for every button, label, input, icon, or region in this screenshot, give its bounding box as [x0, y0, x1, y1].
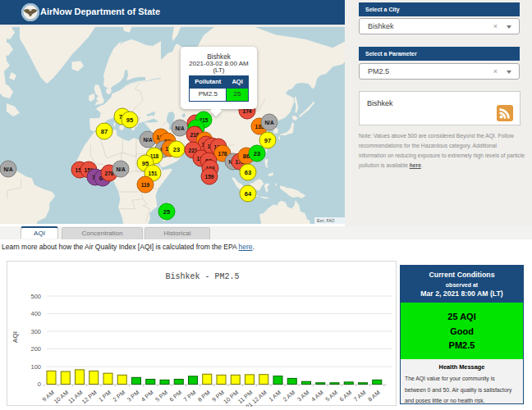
svg-text:4 PM: 4 PM	[140, 389, 155, 403]
svg-text:6 PM: 6 PM	[167, 389, 183, 403]
svg-text:1 AM: 1 AM	[267, 389, 282, 403]
svg-text:2 PM: 2 PM	[111, 389, 126, 403]
svg-text:95: 95	[126, 116, 133, 124]
svg-text:N/A: N/A	[175, 125, 185, 131]
svg-text:8 AM: 8 AM	[366, 389, 381, 403]
svg-text:23: 23	[254, 150, 260, 157]
svg-text:8 PM: 8 PM	[196, 389, 212, 403]
svg-text:7 PM: 7 PM	[182, 389, 198, 403]
svg-text:2 AM: 2 AM	[282, 389, 296, 403]
svg-text:95: 95	[142, 160, 149, 167]
svg-text:3 AM: 3 AM	[296, 389, 310, 403]
svg-text:10 PM: 10 PM	[222, 389, 240, 405]
svg-text:64: 64	[245, 190, 252, 198]
svg-text:100: 100	[30, 363, 41, 371]
svg-text:N/A: N/A	[264, 120, 274, 125]
svg-text:87: 87	[101, 128, 108, 135]
svg-text:N/A: N/A	[3, 166, 13, 172]
svg-text:119: 119	[141, 182, 150, 188]
svg-text:159: 159	[205, 174, 214, 180]
svg-text:97: 97	[264, 137, 271, 144]
svg-text:500: 500	[30, 293, 41, 300]
svg-text:12 PM: 12 PM	[80, 389, 99, 405]
svg-text:6 AM: 6 AM	[338, 389, 353, 403]
svg-text:200: 200	[30, 345, 41, 353]
svg-text:10 AM: 10 AM	[53, 389, 70, 405]
svg-text:AQI: AQI	[11, 331, 19, 343]
svg-text:178: 178	[218, 151, 227, 157]
svg-text:63: 63	[245, 169, 251, 176]
svg-text:400: 400	[30, 310, 41, 317]
svg-text:23: 23	[173, 146, 180, 153]
svg-text:151: 151	[149, 171, 158, 176]
svg-text:7 AM: 7 AM	[352, 389, 367, 403]
svg-text:300: 300	[30, 328, 41, 335]
svg-text:25: 25	[163, 208, 170, 216]
svg-text:Esri, FAO: Esri, FAO	[317, 218, 335, 223]
svg-text:N/A: N/A	[116, 166, 126, 172]
svg-text:4 AM: 4 AM	[310, 389, 324, 403]
svg-text:11 AM: 11 AM	[66, 389, 84, 405]
svg-text:5 PM: 5 PM	[154, 389, 169, 403]
svg-text:0: 0	[38, 380, 41, 388]
svg-text:5 AM: 5 AM	[323, 389, 338, 403]
svg-text:N/A: N/A	[143, 137, 153, 143]
svg-text:3 PM: 3 PM	[126, 389, 141, 403]
svg-text:1 PM: 1 PM	[97, 389, 112, 403]
